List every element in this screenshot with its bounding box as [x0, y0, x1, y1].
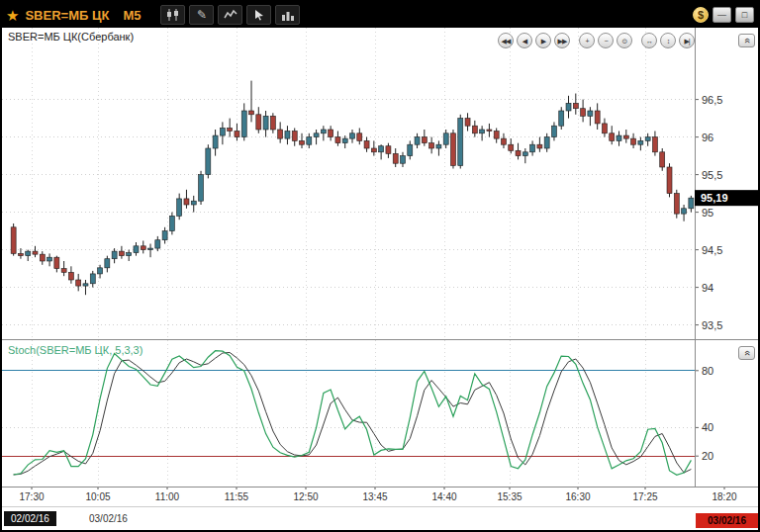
volume-button[interactable]	[275, 5, 300, 25]
svg-text:13:45: 13:45	[362, 491, 387, 502]
svg-text:95,5: 95,5	[702, 169, 722, 181]
titlebar-toolbar: ✎	[160, 5, 300, 25]
svg-text:96: 96	[702, 132, 713, 143]
svg-text:94,5: 94,5	[702, 244, 722, 256]
chart-style-button[interactable]	[160, 5, 185, 25]
zoom-in-button[interactable]: +	[579, 33, 595, 48]
titlebar-symbol: SBER=МБ ЦК	[25, 8, 109, 23]
pencil-icon: ✎	[197, 7, 207, 23]
zoom-auto-button[interactable]: ⊙	[617, 33, 632, 48]
svg-text:15:35: 15:35	[497, 491, 522, 502]
histogram-icon	[281, 9, 295, 21]
chart-nav-toolbar: ◀◀◀▶▶▶+−⊙↔↕▶|	[495, 33, 695, 48]
cursor-icon	[253, 9, 265, 21]
svg-text:94: 94	[702, 282, 713, 294]
scale-vertical-button[interactable]: ↕	[660, 33, 676, 48]
svg-text:95,19: 95,19	[701, 192, 728, 204]
favorite-star-icon[interactable]: ★	[6, 8, 19, 23]
window-controls: $ — □	[693, 7, 754, 23]
svg-text:95: 95	[702, 207, 713, 219]
scroll-start-button[interactable]: ◀◀	[498, 33, 514, 48]
svg-text:14:40: 14:40	[431, 491, 456, 502]
minimize-button[interactable]: —	[712, 7, 731, 23]
scroll-left-button[interactable]: ◀	[517, 33, 532, 48]
svg-text:11:55: 11:55	[225, 491, 249, 502]
app-window: ★ SBER=МБ ЦК M5 ✎	[0, 0, 760, 532]
svg-text:40: 40	[702, 421, 713, 433]
go-to-last-button[interactable]: ▶|	[679, 33, 695, 48]
svg-text:16:30: 16:30	[565, 491, 590, 502]
indicator-icon	[224, 9, 238, 21]
svg-text:20: 20	[702, 450, 713, 462]
scroll-right-button[interactable]: ▶	[535, 33, 551, 48]
session-date-label: 03/02/16	[89, 513, 128, 524]
date-badge-start: 02/02/16	[4, 511, 56, 526]
zoom-out-button[interactable]: −	[598, 33, 614, 48]
scroll-end-button[interactable]: ▶▶	[554, 33, 570, 48]
chart-canvas[interactable]: 96,59695,59594,59493,517:3010:0511:0011:…	[2, 28, 758, 530]
stoch-indicator-label: Stoch(SBER=МБ ЦК, 5,3,3)	[8, 344, 142, 356]
indicators-button[interactable]	[218, 5, 242, 25]
currency-icon[interactable]: $	[693, 7, 709, 23]
timeframe-label[interactable]: M5	[123, 8, 141, 23]
svg-text:93,5: 93,5	[702, 319, 722, 331]
svg-text:96,5: 96,5	[702, 94, 722, 106]
maximize-button[interactable]: □	[735, 7, 754, 23]
chart-symbol-label: SBER=МБ ЦК(Сбербанк)	[8, 31, 134, 43]
svg-text:80: 80	[702, 365, 713, 377]
collapse-stoch-panel-button[interactable]: «	[738, 346, 755, 360]
chevron-up-icon: «	[742, 38, 752, 44]
chart-area: 96,59695,59594,59493,517:3010:0511:0011:…	[2, 28, 758, 530]
svg-text:18:20: 18:20	[712, 491, 736, 502]
date-badge-current: 03/02/16	[696, 513, 758, 528]
svg-text:17:30: 17:30	[19, 491, 44, 502]
cursor-button[interactable]	[246, 5, 271, 25]
titlebar: ★ SBER=МБ ЦК M5 ✎	[2, 2, 758, 28]
svg-text:17:25: 17:25	[632, 491, 657, 502]
svg-text:11:00: 11:00	[155, 491, 180, 502]
svg-text:10:05: 10:05	[85, 491, 110, 502]
svg-text:12:50: 12:50	[293, 491, 318, 502]
chevron-up-icon: «	[742, 350, 752, 356]
scale-horizontal-button[interactable]: ↔	[641, 33, 657, 48]
candlestick-icon	[166, 9, 180, 21]
collapse-main-panel-button[interactable]: «	[738, 34, 755, 47]
draw-button[interactable]: ✎	[189, 5, 214, 25]
